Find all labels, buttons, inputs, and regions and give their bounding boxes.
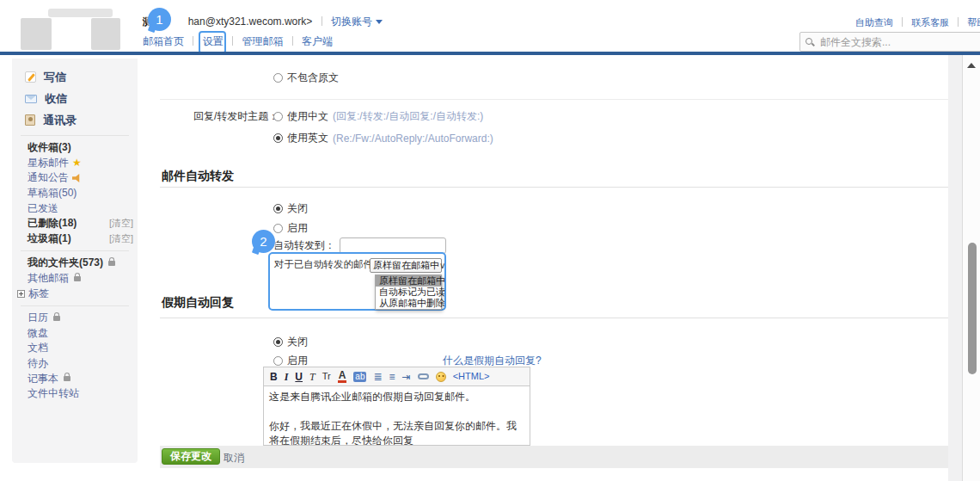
reply-subject-text: 回复/转发时主题： (193, 109, 279, 124)
save-button[interactable]: 保存更改 (162, 448, 220, 465)
notebook-label: 记事本 (28, 372, 58, 386)
switch-account-link[interactable]: 切换账号 (331, 15, 372, 28)
sidebar-item-notebook[interactable]: 记事本 (12, 371, 138, 386)
dropdown-option-keep[interactable]: 原样留在邮箱中 (376, 275, 441, 287)
bold-button[interactable]: B (270, 372, 278, 382)
sidebar-item-tags[interactable]: 标签 (12, 286, 138, 301)
logo-placeholder-right (91, 18, 120, 50)
empty-deleted-action[interactable]: [清空] (109, 217, 133, 230)
receive-label: 收信 (45, 91, 67, 107)
radio-english-subject[interactable] (273, 133, 283, 143)
divider (958, 17, 959, 27)
reply-subject-label: 回复/转发时主题： (193, 109, 279, 124)
nav-settings-wrap: 设置 (203, 34, 224, 49)
nav-client[interactable]: 客户端 (302, 35, 333, 47)
dropdown-option-mark-read[interactable]: 自动标记为已读 (376, 287, 441, 298)
sidebar-item-sent[interactable]: 已发送 (12, 200, 138, 216)
indent-button[interactable]: ⇥ (402, 372, 411, 382)
sidebar-item-other-mail[interactable]: 其他邮箱 (12, 271, 138, 287)
chevron-down-icon: ∨ (439, 261, 445, 270)
option-vacation-off: 关闭 (273, 335, 308, 349)
sidebar-item-starred[interactable]: 星标邮件 ★ (12, 156, 138, 171)
font-color-button[interactable]: A (338, 370, 347, 383)
sidebar-item-deleted[interactable]: 已删除(18) [清空] (12, 216, 138, 231)
radio-chinese-subject[interactable] (273, 112, 283, 121)
cancel-button[interactable]: 取消 (224, 451, 244, 466)
option-forward-on: 启用 (273, 221, 308, 236)
star-icon: ★ (72, 157, 82, 168)
compose-button[interactable]: 写信 (12, 66, 138, 88)
link-icon[interactable] (418, 373, 429, 379)
forward-to-label: 自动转发到： (273, 238, 335, 253)
option-chinese-subject: 使用中文 (回复:/转发:/自动回复:/自动转发:) (273, 109, 483, 124)
underline-button[interactable]: U (295, 372, 303, 382)
sidebar-item-announcements[interactable]: 通知公告 (12, 170, 138, 186)
empty-junk-action[interactable]: [清空] (109, 232, 133, 245)
sidebar-item-weidisk[interactable]: 微盘 (12, 326, 138, 342)
radio-vacation-off[interactable] (273, 337, 283, 347)
search-input[interactable] (818, 35, 965, 49)
sidebar-item-my-folders[interactable]: 我的文件夹(573) (12, 256, 138, 271)
contact-support-link[interactable]: 联系客服 (911, 17, 949, 28)
calendar-label: 日历 (28, 311, 48, 325)
italic-button[interactable]: I (285, 372, 289, 382)
header-links: 自助查询 联系客服 帮助中心 退 (855, 16, 980, 29)
radio-vacation-on[interactable] (273, 356, 283, 366)
forwarded-handling-dropdown: 原样留在邮箱中 自动标记为已读 从原邮箱中删除 (375, 274, 442, 310)
dropdown-option-delete[interactable]: 从原邮箱中删除 (376, 298, 441, 309)
highlight-button[interactable]: ab (353, 372, 366, 382)
forwarded-handling-select[interactable]: 原样留在邮箱中 ∨ (370, 258, 442, 273)
lock-icon (74, 276, 81, 281)
sidebar-item-file-transfer[interactable]: 文件中转站 (12, 386, 138, 402)
divider (322, 16, 322, 26)
scroll-up-arrow[interactable] (967, 63, 976, 68)
font-style-button[interactable]: T (309, 372, 315, 382)
radio-forward-on[interactable] (273, 224, 283, 233)
sidebar: 写信 收信 通讯录 收件箱(3) 星标邮件 ★ 通知公告 草稿箱(50) 已发送 (12, 59, 138, 463)
list-button[interactable]: ≡ (389, 372, 395, 382)
receive-mail-button[interactable]: 收信 (12, 88, 138, 109)
divider (193, 36, 193, 46)
forward-to-input[interactable] (340, 237, 446, 254)
file-transfer-label: 文件中转站 (28, 386, 79, 401)
user-email: han@xty321.wecom.work> (188, 15, 313, 28)
sidebar-item-junk[interactable]: 垃圾箱(1) [清空] (12, 231, 138, 247)
sidebar-item-calendar[interactable]: 日历 (12, 311, 138, 326)
vacation-off-label: 关闭 (287, 335, 308, 349)
html-mode-button[interactable]: <HTML> (453, 372, 490, 381)
font-size-button[interactable]: Tr (322, 372, 331, 381)
self-service-link[interactable]: 自助查询 (855, 17, 893, 28)
mail-nav: 邮箱首页 设置 管理邮箱 客户端 (143, 34, 333, 49)
option-forward-off: 关闭 (273, 201, 308, 216)
nav-settings[interactable]: 设置 (203, 35, 224, 47)
nav-manage-mailbox[interactable]: 管理邮箱 (242, 35, 283, 47)
english-subject-hint: (Re:/Fw:/AutoReply:/AutoForward:) (333, 133, 493, 145)
align-button[interactable]: ≣ (373, 372, 382, 382)
sidebar-item-docs[interactable]: 文档 (12, 341, 138, 356)
scrollbar-thumb[interactable] (968, 243, 977, 374)
sidebar-item-todo[interactable]: 待办 (12, 356, 138, 372)
radio-forward-off[interactable] (273, 204, 283, 213)
sidebar-item-drafts[interactable]: 草稿箱(50) (12, 186, 138, 201)
content-right-gutter (948, 55, 962, 481)
mail-icon (25, 95, 37, 103)
contacts-button[interactable]: 通讯录 (12, 109, 138, 131)
divider (232, 36, 233, 46)
forward-off-label: 关闭 (287, 201, 308, 216)
lock-icon (53, 316, 60, 321)
nav-mail-home[interactable]: 邮箱首页 (143, 35, 184, 47)
emoji-icon[interactable] (436, 372, 446, 382)
expand-icon[interactable] (17, 290, 25, 298)
forward-to-row: 自动转发到： (273, 237, 446, 254)
editor-paragraph: 你好，我最近正在休假中，无法亲自回复你的邮件。我将在假期结束后，尽快给你回复 (269, 419, 524, 446)
drafts-label: 草稿箱(50) (28, 186, 77, 200)
sidebar-item-inbox[interactable]: 收件箱(3) (12, 140, 138, 156)
help-center-link[interactable]: 帮助中心 (967, 17, 980, 28)
radio-no-original[interactable] (273, 73, 283, 83)
junk-label: 垃圾箱(1) (28, 231, 71, 246)
weidisk-label: 微盘 (28, 326, 48, 341)
announcements-label: 通知公告 (28, 170, 69, 185)
search-bar (799, 32, 980, 52)
vacation-reply-editor[interactable]: 这是来自腾讯企业邮箱的假期自动回复邮件。 你好，我最近正在休假中，无法亲自回复你… (263, 385, 530, 446)
editor-line-1: 这是来自腾讯企业邮箱的假期自动回复邮件。 (269, 390, 524, 404)
